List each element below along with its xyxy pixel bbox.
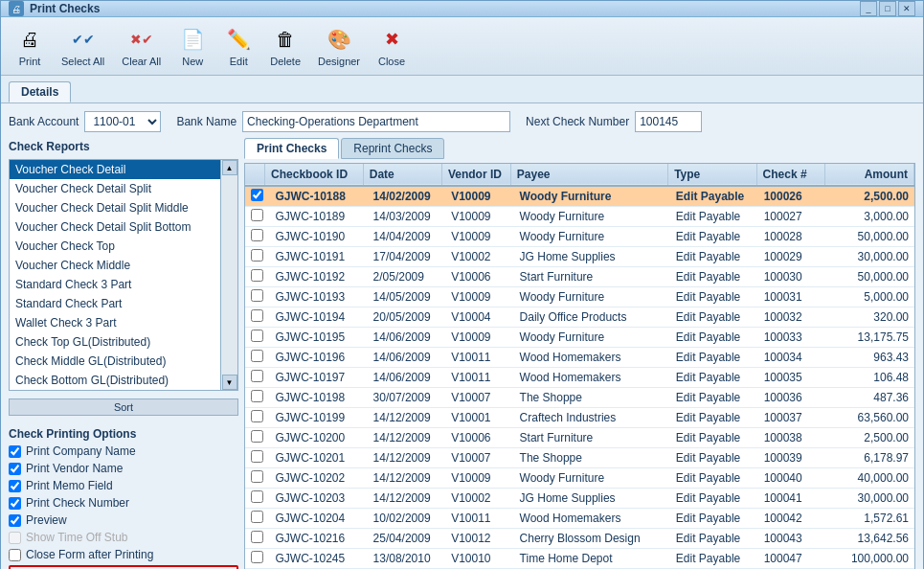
designer-button[interactable]: 🎨 Designer <box>311 21 367 71</box>
check-list-item[interactable]: Voucher Check Detail Split Middle <box>10 198 220 217</box>
option-label-4: Preview <box>26 513 67 527</box>
close-button[interactable]: ✖ Close <box>371 21 413 71</box>
option-item-0: Print Company Name <box>9 443 238 460</box>
bank-name-input[interactable] <box>242 111 510 132</box>
table-row[interactable]: GJWC-1019014/04/2009V10009Woody Furnitur… <box>245 227 914 247</box>
row-checkbox-0[interactable] <box>251 189 263 201</box>
row-checkbox-9[interactable] <box>251 370 263 382</box>
row-checkbox-4[interactable] <box>251 269 263 282</box>
clear-all-button[interactable]: ✖✔ Clear All <box>115 21 168 71</box>
subtab-reprint-checks[interactable]: Reprint Checks <box>341 138 444 159</box>
row-checkbox-17[interactable] <box>251 531 263 543</box>
row-checkbox-12[interactable] <box>251 430 263 443</box>
cell-checkbook_id: GJWC-10203 <box>270 489 368 509</box>
subtab-print-checks[interactable]: Print Checks <box>244 138 339 159</box>
cell-checkbook_id: GJWC-10195 <box>270 328 368 348</box>
sort-button[interactable]: Sort <box>9 398 238 416</box>
table-row[interactable]: GJWC-1019830/07/2009V10007The ShoppeEdit… <box>245 388 914 408</box>
row-checkbox-11[interactable] <box>251 410 263 422</box>
check-list-item[interactable]: Voucher Check Detail Split Bottom <box>10 217 220 237</box>
cell-type: Edit Payable <box>670 388 758 408</box>
print-button[interactable]: 🖨 Print <box>9 21 51 71</box>
cell-amount: 320.00 <box>826 307 914 328</box>
print-icon: 🖨 <box>15 25 44 54</box>
maximize-button[interactable]: □ <box>879 1 896 16</box>
check-list-item[interactable]: Check Top GL(Distributed) <box>10 332 220 352</box>
table-row[interactable]: GJWC-101922/05/2009V10006Start Furniture… <box>245 267 914 287</box>
cell-payee: Cherry Blossom Design <box>514 529 670 549</box>
row-checkbox-16[interactable] <box>251 511 263 523</box>
scroll-up-button[interactable]: ▲ <box>222 160 237 175</box>
row-checkbox-15[interactable] <box>251 490 263 503</box>
table-row[interactable]: GJWC-1019614/06/2009V10011Wood Homemaker… <box>245 348 914 368</box>
cell-check_no: 100027 <box>758 207 826 227</box>
table-row[interactable]: GJWC-1020214/12/2009V10009Woody Furnitur… <box>245 468 914 489</box>
check-list-item[interactable]: Voucher Check Detail <box>10 160 220 179</box>
option-checkbox-0[interactable] <box>9 445 21 458</box>
row-checkbox-5[interactable] <box>251 289 263 302</box>
table-row[interactable]: GJWC-1019420/05/2009V10004Daily Office P… <box>245 307 914 328</box>
row-checkbox-3[interactable] <box>251 249 263 262</box>
minimize-button[interactable]: _ <box>860 1 877 16</box>
table-row[interactable]: GJWC-1020410/02/2009V10011Wood Homemaker… <box>245 509 914 529</box>
bank-account-select[interactable]: 1100-01 <box>84 111 161 132</box>
select-all-button[interactable]: ✔✔ Select All <box>55 21 111 71</box>
cell-type: Edit Payable <box>670 489 758 509</box>
cell-vendor_id: V10007 <box>445 388 513 408</box>
cell-amount: 40,000.00 <box>826 468 914 489</box>
row-checkbox-6[interactable] <box>251 309 263 322</box>
option-checkbox-3[interactable] <box>9 497 21 510</box>
check-list-item[interactable]: Voucher Check Detail Split <box>10 179 220 198</box>
table-row[interactable]: GJWC-1019914/12/2009V10001Craftech Indus… <box>245 408 914 428</box>
cell-type: Edit Payable <box>670 529 758 549</box>
table-row[interactable]: GJWC-1020114/12/2009V10007The ShoppeEdit… <box>245 448 914 468</box>
check-list-item[interactable]: Check Middle GL(Distributed) <box>10 352 220 371</box>
edit-button[interactable]: ✏️ Edit <box>217 21 259 71</box>
check-list-item[interactable]: Voucher Check Middle <box>10 256 220 275</box>
scroll-down-button[interactable]: ▼ <box>222 375 237 390</box>
row-checkbox-2[interactable] <box>251 229 263 241</box>
option-checkbox-4[interactable] <box>9 514 21 527</box>
cell-vendor_id: V10002 <box>445 489 513 509</box>
new-label: New <box>182 56 203 67</box>
table-row[interactable]: GJWC-1018914/03/2009V10009Woody Furnitur… <box>245 207 914 227</box>
table-row[interactable]: GJWC-1018814/02/2009V10009Woody Furnitur… <box>245 187 914 207</box>
checks-table: Checkbook ID Date Vendor ID Payee Type C… <box>245 164 914 187</box>
row-checkbox-1[interactable] <box>251 209 263 221</box>
table-row[interactable]: GJWC-1021625/04/2009V10012Cherry Blossom… <box>245 529 914 549</box>
new-button[interactable]: 📄 New <box>171 21 214 71</box>
next-check-input[interactable] <box>635 111 702 132</box>
table-scroll-container[interactable]: GJWC-1018814/02/2009V10009Woody Furnitur… <box>245 187 914 569</box>
row-checkbox-14[interactable] <box>251 470 263 483</box>
check-list-item[interactable]: Wallet Check 3 Part <box>10 313 220 332</box>
cell-date: 14/05/2009 <box>368 287 446 307</box>
option-checkbox-5[interactable] <box>9 532 21 544</box>
table-row[interactable]: GJWC-1020314/12/2009V10002JG Home Suppli… <box>245 489 914 509</box>
close-window-button[interactable]: ✕ <box>898 1 915 16</box>
option-checkbox-1[interactable] <box>9 463 21 475</box>
row-checkbox-8[interactable] <box>251 350 263 362</box>
check-list-item[interactable]: Check Bottom GL(Distributed) <box>10 371 220 390</box>
check-list-item[interactable]: Standard Check Part <box>10 294 220 313</box>
delete-button[interactable]: 🗑 Delete <box>263 21 307 71</box>
table-row[interactable]: GJWC-1019117/04/2009V10002JG Home Suppli… <box>245 247 914 267</box>
table-row[interactable]: GJWC-1024513/08/2010V10010Time Home Depo… <box>245 549 914 569</box>
row-checkbox-13[interactable] <box>251 450 263 463</box>
table-row[interactable]: GJWC-1019714/06/2009V10011Wood Homemaker… <box>245 368 914 388</box>
cell-vendor_id: V10006 <box>445 267 513 287</box>
row-checkbox-10[interactable] <box>251 390 263 402</box>
row-checkbox-18[interactable] <box>251 551 263 563</box>
table-row[interactable]: GJWC-1019314/05/2009V10009Woody Furnitur… <box>245 287 914 307</box>
left-panel: Check Reports Voucher Check DetailVouche… <box>9 138 238 569</box>
option-checkbox-2[interactable] <box>9 480 21 492</box>
row-checkbox-7[interactable] <box>251 330 263 342</box>
tab-details[interactable]: Details <box>9 81 71 102</box>
option-checkbox-6[interactable] <box>9 549 21 561</box>
cell-vendor_id: V10004 <box>445 307 513 328</box>
table-row[interactable]: GJWC-1020014/12/2009V10006Start Furnitur… <box>245 428 914 448</box>
check-list-item[interactable]: Voucher Check Top <box>10 237 220 256</box>
cell-date: 17/04/2009 <box>368 247 446 267</box>
table-row[interactable]: GJWC-1019514/06/2009V10009Woody Furnitur… <box>245 328 914 348</box>
check-list-item[interactable]: Standard Check 3 Part <box>10 275 220 294</box>
cell-type: Edit Payable <box>670 448 758 468</box>
